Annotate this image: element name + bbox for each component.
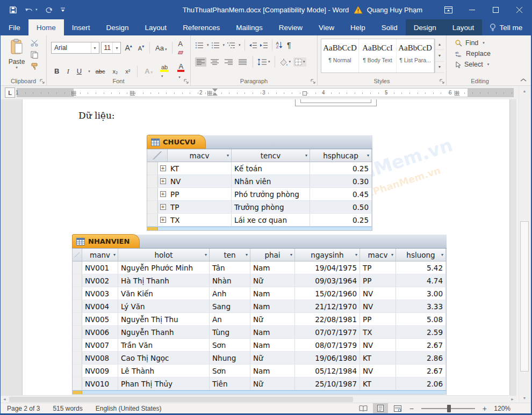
- save-icon[interactable]: [9, 6, 17, 14]
- horizontal-scroll-thumb[interactable]: [9, 397, 353, 402]
- close-button[interactable]: [507, 0, 531, 19]
- change-case-button[interactable]: Aa▾: [153, 43, 169, 53]
- subscript-button[interactable]: x₂: [110, 67, 120, 76]
- style-card[interactable]: AaBbCcI¶ Body Text: [359, 39, 397, 72]
- tab-insert[interactable]: Insert: [64, 19, 98, 35]
- clipboard-dialog-launcher[interactable]: [40, 79, 45, 84]
- borders-button[interactable]: ▾: [293, 57, 306, 67]
- shading-button[interactable]: ▾: [279, 59, 291, 65]
- zoom-slider[interactable]: [421, 408, 475, 409]
- tab-review[interactable]: Review: [271, 19, 311, 35]
- italic-button[interactable]: I: [64, 66, 71, 77]
- paste-button[interactable]: Paste ▾: [5, 39, 28, 70]
- zoom-out-button[interactable]: −: [407, 404, 416, 413]
- word-count[interactable]: 515 words: [46, 405, 89, 412]
- bullets-dropdown[interactable]: ▾: [207, 43, 209, 47]
- shrink-font-button[interactable]: A▾: [136, 43, 146, 53]
- table-column-marker[interactable]: [455, 91, 459, 96]
- maximize-button[interactable]: [484, 0, 507, 19]
- decrease-indent-button[interactable]: [249, 42, 257, 49]
- read-mode-button[interactable]: [356, 403, 371, 413]
- styles-more-button[interactable]: ▼: [435, 62, 444, 73]
- tab-layout[interactable]: Layout: [137, 19, 175, 35]
- undo-icon[interactable]: ▾: [25, 6, 38, 13]
- tab-file[interactable]: File: [1, 19, 28, 35]
- multilevel-dropdown[interactable]: ▾: [239, 43, 241, 47]
- style-card[interactable]: AaBbCcD¶ Normal: [321, 39, 359, 72]
- cut-icon[interactable]: [31, 40, 39, 47]
- align-left-button[interactable]: [195, 57, 206, 67]
- align-center-button[interactable]: [209, 57, 220, 67]
- tab-view[interactable]: View: [311, 19, 342, 35]
- zoom-in-button[interactable]: +: [480, 404, 489, 413]
- customize-qat-icon[interactable]: [60, 7, 66, 12]
- scroll-up-button[interactable]: ▲: [520, 86, 529, 96]
- zoom-slider-thumb[interactable]: [447, 405, 451, 412]
- copy-icon[interactable]: [31, 51, 39, 59]
- numbering-button[interactable]: [211, 42, 220, 49]
- styles-dialog-launcher[interactable]: [440, 79, 445, 84]
- increase-indent-button[interactable]: [260, 42, 268, 49]
- tab-home[interactable]: Home: [28, 19, 64, 35]
- styles-scroll-down[interactable]: ▼: [435, 50, 444, 61]
- ribbon-display-options-button[interactable]: [436, 0, 460, 19]
- text-effects-button[interactable]: A▾: [142, 66, 155, 76]
- paste-dropdown[interactable]: ▾: [5, 65, 28, 70]
- replace-button[interactable]: abac Replace: [452, 48, 513, 59]
- table-column-marker[interactable]: [207, 91, 212, 96]
- tab-tell-me[interactable]: Tell me: [482, 19, 530, 35]
- page-indicator[interactable]: Page 2 of 3: [1, 405, 46, 412]
- find-button[interactable]: Find▾: [452, 38, 513, 48]
- contextual-tab-layout[interactable]: Layout: [444, 19, 483, 35]
- undo-dropdown[interactable]: ▾: [35, 8, 38, 12]
- tab-design[interactable]: Design: [98, 19, 137, 35]
- zoom-level[interactable]: 120%: [491, 405, 511, 412]
- minimize-button[interactable]: [460, 0, 484, 19]
- style-card[interactable]: AaBbCcD¶ List Para...: [397, 39, 434, 72]
- tab-share[interactable]: Share: [530, 19, 532, 35]
- font-family-combo[interactable]: Arial▾: [51, 42, 99, 54]
- tab-solid[interactable]: Solid: [373, 19, 406, 35]
- bullets-button[interactable]: [195, 42, 204, 49]
- styles-scroll-up[interactable]: ▲: [435, 39, 444, 50]
- scroll-left-button[interactable]: ◄: [1, 396, 9, 403]
- show-formatting-marks-button[interactable]: ¶: [285, 40, 293, 50]
- tab-mailings[interactable]: Mailings: [228, 19, 271, 35]
- numbering-dropdown[interactable]: ▾: [223, 43, 225, 47]
- justify-button[interactable]: [237, 57, 248, 67]
- multilevel-list-button[interactable]: [227, 42, 235, 49]
- contextual-tab-design[interactable]: Design: [406, 19, 444, 35]
- horizontal-scrollbar[interactable]: ◄ ►: [1, 395, 516, 403]
- align-right-button[interactable]: [223, 57, 234, 67]
- scroll-right-button[interactable]: ►: [508, 396, 516, 403]
- tab-stop-selector[interactable]: L: [5, 88, 15, 98]
- paragraph-dialog-launcher[interactable]: [311, 79, 316, 84]
- web-layout-button[interactable]: [390, 403, 405, 413]
- underline-dropdown[interactable]: ▾: [88, 69, 90, 74]
- font-size-combo[interactable]: 11▾: [101, 42, 121, 54]
- table-column-marker[interactable]: [130, 91, 135, 96]
- tab-help[interactable]: Help: [342, 19, 373, 35]
- language-indicator[interactable]: English (United States): [89, 405, 168, 412]
- vertical-scrollbar[interactable]: ▲ ▼: [519, 86, 530, 403]
- underline-button[interactable]: U: [75, 66, 84, 76]
- clear-formatting-button[interactable]: A: [176, 39, 188, 57]
- strikethrough-button[interactable]: abc: [94, 67, 107, 76]
- scroll-down-button[interactable]: ▼: [520, 393, 529, 403]
- grow-font-button[interactable]: A▴: [123, 42, 134, 53]
- font-dialog-launcher[interactable]: [184, 79, 189, 84]
- highlight-color-button[interactable]: ab▾: [158, 63, 172, 79]
- tab-stop-marker[interactable]: [303, 91, 307, 96]
- bold-button[interactable]: B: [52, 66, 61, 76]
- print-layout-button[interactable]: [373, 403, 388, 413]
- account-area[interactable]: Quang Huy Phạm: [348, 6, 436, 14]
- tab-references[interactable]: References: [175, 19, 228, 35]
- select-button[interactable]: Select▾: [452, 59, 513, 70]
- collapse-ribbon-button[interactable]: [520, 78, 527, 82]
- redo-icon[interactable]: [45, 6, 53, 13]
- superscript-button[interactable]: x²: [123, 67, 132, 76]
- vertical-scroll-thumb[interactable]: [520, 221, 529, 372]
- horizontal-ruler[interactable]: 123456: [17, 88, 514, 97]
- sort-button[interactable]: AZ: [276, 41, 283, 49]
- format-painter-icon[interactable]: [31, 63, 39, 70]
